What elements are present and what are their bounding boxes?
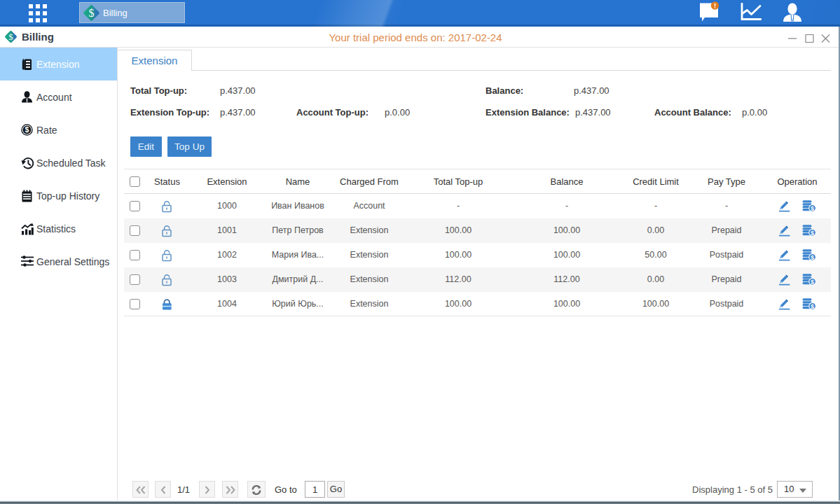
svg-text:$: $ — [811, 254, 814, 261]
svg-text:$: $ — [811, 205, 814, 212]
svg-text:$: $ — [811, 230, 814, 237]
svg-text:$: $ — [811, 279, 814, 286]
svg-text:$: $ — [811, 303, 814, 310]
svg-text:$: $ — [25, 125, 29, 134]
